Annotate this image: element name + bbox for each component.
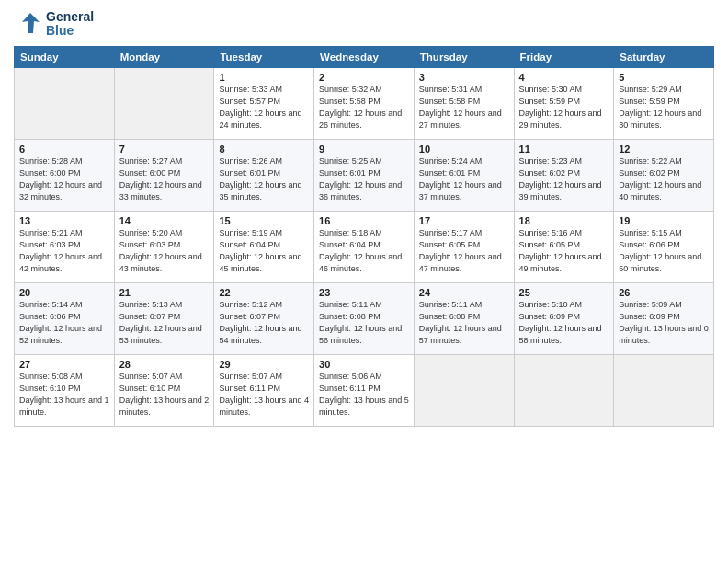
logo-text: General Blue	[46, 10, 94, 39]
day-number: 11	[519, 144, 609, 155]
day-number: 19	[619, 215, 709, 226]
page: General Blue SundayMondayTuesdayWednesda…	[0, 0, 728, 563]
day-number: 12	[619, 144, 709, 155]
calendar-cell: 17Sunrise: 5:17 AMSunset: 6:05 PMDayligh…	[414, 212, 514, 283]
day-number: 23	[319, 287, 409, 298]
day-info: Sunrise: 5:19 AMSunset: 6:04 PMDaylight:…	[219, 227, 309, 275]
svg-marker-0	[22, 13, 40, 33]
weekday-header-tuesday: Tuesday	[214, 47, 314, 68]
weekday-header-thursday: Thursday	[414, 47, 514, 68]
calendar-cell: 21Sunrise: 5:13 AMSunset: 6:07 PMDayligh…	[114, 283, 214, 355]
calendar-cell	[514, 355, 614, 427]
day-number: 7	[119, 144, 210, 155]
day-info: Sunrise: 5:11 AMSunset: 6:08 PMDaylight:…	[319, 299, 409, 347]
calendar-week-row: 6Sunrise: 5:28 AMSunset: 6:00 PMDaylight…	[15, 140, 714, 212]
day-number: 3	[419, 72, 509, 83]
day-number: 16	[319, 215, 409, 226]
day-info: Sunrise: 5:08 AMSunset: 6:10 PMDaylight:…	[19, 371, 109, 419]
calendar-week-row: 13Sunrise: 5:21 AMSunset: 6:03 PMDayligh…	[15, 212, 714, 283]
calendar-cell: 27Sunrise: 5:08 AMSunset: 6:10 PMDayligh…	[15, 355, 115, 427]
day-info: Sunrise: 5:11 AMSunset: 6:08 PMDaylight:…	[419, 299, 509, 347]
day-info: Sunrise: 5:18 AMSunset: 6:04 PMDaylight:…	[319, 227, 409, 275]
day-info: Sunrise: 5:24 AMSunset: 6:01 PMDaylight:…	[419, 155, 509, 203]
day-number: 13	[19, 215, 109, 226]
logo-general: General	[46, 10, 94, 24]
weekday-header-monday: Monday	[114, 47, 214, 68]
logo: General Blue	[14, 9, 94, 39]
calendar-cell: 25Sunrise: 5:10 AMSunset: 6:09 PMDayligh…	[514, 283, 614, 355]
day-info: Sunrise: 5:21 AMSunset: 6:03 PMDaylight:…	[19, 227, 109, 275]
calendar-cell: 29Sunrise: 5:07 AMSunset: 6:11 PMDayligh…	[214, 355, 314, 427]
calendar-cell: 30Sunrise: 5:06 AMSunset: 6:11 PMDayligh…	[314, 355, 415, 427]
day-info: Sunrise: 5:33 AMSunset: 5:57 PMDaylight:…	[219, 84, 309, 132]
day-number: 28	[119, 359, 210, 370]
day-info: Sunrise: 5:27 AMSunset: 6:00 PMDaylight:…	[119, 155, 210, 203]
day-number: 8	[219, 144, 309, 155]
day-info: Sunrise: 5:32 AMSunset: 5:58 PMDaylight:…	[319, 84, 409, 132]
calendar-cell: 16Sunrise: 5:18 AMSunset: 6:04 PMDayligh…	[314, 212, 415, 283]
calendar-cell: 11Sunrise: 5:23 AMSunset: 6:02 PMDayligh…	[514, 140, 614, 212]
day-number: 14	[119, 215, 210, 226]
calendar-cell: 24Sunrise: 5:11 AMSunset: 6:08 PMDayligh…	[414, 283, 514, 355]
day-info: Sunrise: 5:22 AMSunset: 6:02 PMDaylight:…	[619, 155, 709, 203]
day-number: 25	[519, 287, 609, 298]
calendar-cell: 3Sunrise: 5:31 AMSunset: 5:58 PMDaylight…	[414, 68, 514, 140]
day-number: 20	[19, 287, 109, 298]
calendar-week-row: 20Sunrise: 5:14 AMSunset: 6:06 PMDayligh…	[15, 283, 714, 355]
day-info: Sunrise: 5:28 AMSunset: 6:00 PMDaylight:…	[19, 155, 109, 203]
calendar-cell: 26Sunrise: 5:09 AMSunset: 6:09 PMDayligh…	[614, 283, 714, 355]
day-info: Sunrise: 5:31 AMSunset: 5:58 PMDaylight:…	[419, 84, 509, 132]
calendar-cell: 12Sunrise: 5:22 AMSunset: 6:02 PMDayligh…	[614, 140, 714, 212]
calendar-cell: 19Sunrise: 5:15 AMSunset: 6:06 PMDayligh…	[614, 212, 714, 283]
day-number: 30	[319, 359, 409, 370]
day-number: 26	[619, 287, 709, 298]
calendar-cell	[414, 355, 514, 427]
calendar-cell	[614, 355, 714, 427]
day-number: 18	[519, 215, 609, 226]
calendar-table: SundayMondayTuesdayWednesdayThursdayFrid…	[14, 46, 714, 427]
day-number: 17	[419, 215, 509, 226]
weekday-header-sunday: Sunday	[15, 47, 115, 68]
day-info: Sunrise: 5:14 AMSunset: 6:06 PMDaylight:…	[19, 299, 109, 347]
day-number: 6	[19, 144, 109, 155]
weekday-header-row: SundayMondayTuesdayWednesdayThursdayFrid…	[15, 47, 714, 68]
day-number: 9	[319, 144, 409, 155]
calendar-cell	[114, 68, 214, 140]
day-info: Sunrise: 5:26 AMSunset: 6:01 PMDaylight:…	[219, 155, 309, 203]
day-number: 27	[19, 359, 109, 370]
day-info: Sunrise: 5:10 AMSunset: 6:09 PMDaylight:…	[519, 299, 609, 347]
day-info: Sunrise: 5:13 AMSunset: 6:07 PMDaylight:…	[119, 299, 210, 347]
day-number: 1	[219, 72, 309, 83]
day-number: 24	[419, 287, 509, 298]
calendar-cell: 5Sunrise: 5:29 AMSunset: 5:59 PMDaylight…	[614, 68, 714, 140]
weekday-header-saturday: Saturday	[614, 47, 714, 68]
logo-container: General Blue	[14, 9, 94, 39]
day-info: Sunrise: 5:17 AMSunset: 6:05 PMDaylight:…	[419, 227, 509, 275]
day-number: 22	[219, 287, 309, 298]
day-number: 15	[219, 215, 309, 226]
day-info: Sunrise: 5:25 AMSunset: 6:01 PMDaylight:…	[319, 155, 409, 203]
calendar-cell: 28Sunrise: 5:07 AMSunset: 6:10 PMDayligh…	[114, 355, 214, 427]
calendar-cell: 10Sunrise: 5:24 AMSunset: 6:01 PMDayligh…	[414, 140, 514, 212]
day-number: 29	[219, 359, 309, 370]
day-number: 21	[119, 287, 210, 298]
day-number: 5	[619, 72, 709, 83]
calendar-cell: 9Sunrise: 5:25 AMSunset: 6:01 PMDaylight…	[314, 140, 415, 212]
day-number: 4	[519, 72, 609, 83]
day-info: Sunrise: 5:07 AMSunset: 6:10 PMDaylight:…	[119, 371, 210, 419]
logo-bird-icon	[14, 9, 43, 39]
header: General Blue	[14, 9, 714, 39]
day-info: Sunrise: 5:29 AMSunset: 5:59 PMDaylight:…	[619, 84, 709, 132]
day-info: Sunrise: 5:06 AMSunset: 6:11 PMDaylight:…	[319, 371, 409, 419]
day-info: Sunrise: 5:07 AMSunset: 6:11 PMDaylight:…	[219, 371, 309, 419]
day-info: Sunrise: 5:16 AMSunset: 6:05 PMDaylight:…	[519, 227, 609, 275]
day-info: Sunrise: 5:20 AMSunset: 6:03 PMDaylight:…	[119, 227, 210, 275]
calendar-cell: 2Sunrise: 5:32 AMSunset: 5:58 PMDaylight…	[314, 68, 415, 140]
day-info: Sunrise: 5:09 AMSunset: 6:09 PMDaylight:…	[619, 299, 709, 347]
calendar-cell: 15Sunrise: 5:19 AMSunset: 6:04 PMDayligh…	[214, 212, 314, 283]
calendar-week-row: 1Sunrise: 5:33 AMSunset: 5:57 PMDaylight…	[15, 68, 714, 140]
calendar-cell: 6Sunrise: 5:28 AMSunset: 6:00 PMDaylight…	[15, 140, 115, 212]
day-info: Sunrise: 5:15 AMSunset: 6:06 PMDaylight:…	[619, 227, 709, 275]
weekday-header-friday: Friday	[514, 47, 614, 68]
calendar-cell: 22Sunrise: 5:12 AMSunset: 6:07 PMDayligh…	[214, 283, 314, 355]
